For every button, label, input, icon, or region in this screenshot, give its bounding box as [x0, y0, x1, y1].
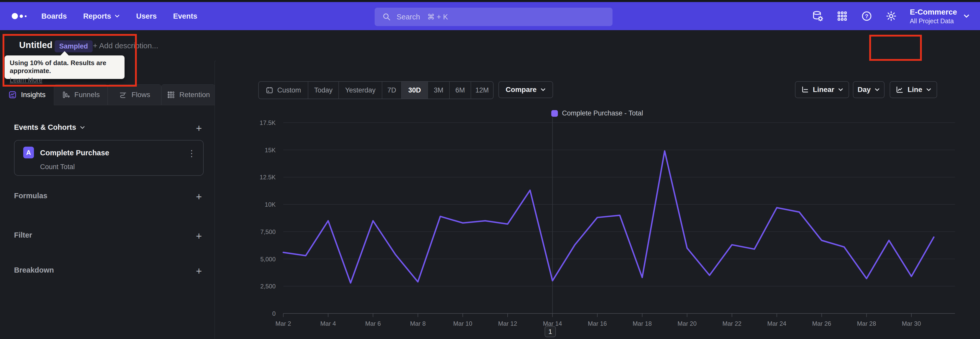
sampled-badge[interactable]: Sampled — [55, 40, 93, 52]
y-tick-label: 17.5K — [259, 119, 275, 126]
tab-label: Funnels — [74, 91, 100, 99]
range-today[interactable]: Today — [308, 82, 339, 99]
y-axis: 02,5005,0007,50010K12.5K15K17.5K — [259, 119, 955, 317]
tooltip-arrow — [60, 51, 69, 56]
tooltip-text: Using 10% of data. Results are approxima… — [10, 59, 119, 75]
report-type-tabs: InsightsFunnelsFlowsRetention — [0, 84, 215, 105]
learn-more-link[interactable]: Learn More — [10, 77, 42, 84]
compare-label: Compare — [506, 86, 536, 94]
tab-retention[interactable]: Retention — [161, 84, 215, 105]
search-placeholder: Search — [396, 13, 420, 21]
nav-link-label: Events — [173, 12, 197, 21]
help-icon[interactable]: ? — [861, 10, 873, 22]
range-7d[interactable]: 7D — [382, 82, 401, 99]
section-breakdown: Breakdown — [14, 266, 54, 274]
nav-link-events[interactable]: Events — [173, 12, 197, 21]
y-tick-label: 0 — [272, 310, 275, 317]
search-shortcut: ⌘ + K — [427, 13, 448, 21]
mixpanel-logo-icon[interactable] — [12, 13, 27, 19]
svg-text:?: ? — [865, 13, 868, 19]
project-selector[interactable]: E-Commerce All Project Data — [910, 8, 957, 25]
granularity-label: Day — [858, 86, 870, 94]
tab-funnels[interactable]: Funnels — [54, 84, 108, 105]
tab-label: Retention — [180, 91, 210, 99]
x-tick-label: Mar 28 — [857, 320, 876, 327]
settings-gear-icon[interactable] — [885, 10, 897, 22]
add-event-button[interactable]: + — [196, 123, 202, 133]
events-cohorts-label: Events & Cohorts — [14, 123, 76, 131]
funnels-icon — [62, 90, 70, 99]
event-card[interactable]: A Complete Purchase ⋮ Count Total — [14, 140, 204, 176]
chevron-down-icon — [838, 87, 843, 93]
x-tick-label: Mar 22 — [722, 320, 741, 327]
series-line — [283, 151, 934, 283]
scale-label: Linear — [813, 86, 834, 94]
calendar-icon — [266, 86, 274, 94]
chart-type-dropdown[interactable]: Line — [890, 81, 937, 98]
granularity-dropdown[interactable]: Day — [853, 81, 885, 98]
event-metric[interactable]: Count Total — [40, 163, 75, 171]
tab-flows[interactable]: Flows — [108, 84, 162, 105]
events-cohorts-header[interactable]: Events & Cohorts — [14, 123, 85, 131]
tab-insights[interactable]: Insights — [0, 84, 54, 105]
section-formulas: Formulas — [14, 192, 48, 200]
x-tick-label: Mar 26 — [812, 320, 831, 327]
range-custom[interactable]: Custom — [259, 82, 308, 99]
x-axis: Mar 2Mar 4Mar 6Mar 8Mar 10Mar 12Mar 14Ma… — [275, 313, 955, 327]
chart-type-label: Line — [907, 86, 922, 94]
nav-link-users[interactable]: Users — [136, 12, 157, 21]
y-tick-label: 2,500 — [260, 283, 275, 290]
range-12m[interactable]: 12M — [471, 82, 493, 99]
section-filter: Filter — [14, 231, 32, 239]
data-management-icon[interactable] — [812, 10, 824, 22]
y-tick-label: 5,000 — [260, 256, 275, 262]
nav-link-boards[interactable]: Boards — [41, 12, 67, 21]
x-tick-label: Mar 30 — [902, 320, 921, 327]
range-6m[interactable]: 6M — [449, 82, 471, 99]
y-tick-label: 15K — [265, 147, 275, 154]
page-title[interactable]: Untitled — [19, 40, 52, 50]
compare-button[interactable]: Compare — [498, 81, 553, 98]
logo-dot-small — [25, 15, 27, 17]
x-tick-label: Mar 20 — [678, 320, 697, 327]
scale-dropdown[interactable]: Linear — [795, 81, 849, 98]
event-menu-button[interactable]: ⋮ — [187, 148, 196, 158]
logo-dot-large — [12, 13, 18, 19]
chevron-down-icon — [874, 87, 880, 93]
range-yesterday[interactable]: Yesterday — [339, 82, 382, 99]
x-tick-label: Mar 2 — [275, 320, 291, 327]
range-30d[interactable]: 30D — [401, 82, 428, 99]
project-scope: All Project Data — [910, 18, 957, 25]
chevron-down-icon — [80, 125, 85, 130]
range-label: 30D — [408, 86, 421, 94]
range-label: Custom — [277, 86, 301, 94]
chevron-down-icon — [115, 13, 120, 19]
tab-label: Flows — [131, 91, 150, 99]
legend-swatch — [551, 110, 558, 117]
nav-link-reports[interactable]: Reports — [83, 12, 120, 21]
report-header-bar: Untitled Sampled + Add description... ••… — [0, 30, 980, 61]
nav-links: BoardsReportsUsersEvents — [41, 12, 213, 21]
event-name: Complete Purchase — [40, 149, 109, 157]
x-tick-label: Mar 6 — [365, 320, 381, 327]
linear-scale-icon — [800, 85, 809, 94]
x-tick-label: Mar 10 — [453, 320, 473, 327]
add-breakdown-button[interactable]: + — [196, 266, 202, 276]
add-description-button[interactable]: + Add description... — [93, 42, 158, 50]
nav-link-label: Boards — [41, 12, 67, 21]
x-tick-label: Mar 24 — [767, 320, 786, 327]
project-name: E-Commerce — [910, 8, 957, 16]
tab-label: Insights — [21, 91, 46, 99]
page-number-badge[interactable]: 1 — [545, 326, 556, 337]
search-input[interactable]: Search ⌘ + K — [375, 8, 612, 26]
nav-link-label: Users — [136, 12, 157, 21]
query-sidebar: InsightsFunnelsFlowsRetention Events & C… — [0, 61, 215, 339]
range-3m[interactable]: 3M — [428, 82, 449, 99]
add-filter-button[interactable]: + — [196, 231, 202, 241]
chevron-down-icon — [926, 87, 932, 93]
apps-grid-icon[interactable] — [836, 10, 848, 22]
add-formulas-button[interactable]: + — [196, 192, 202, 202]
nav-link-label: Reports — [83, 12, 111, 21]
range-label: Today — [314, 86, 332, 94]
chevron-down-icon — [963, 13, 970, 19]
